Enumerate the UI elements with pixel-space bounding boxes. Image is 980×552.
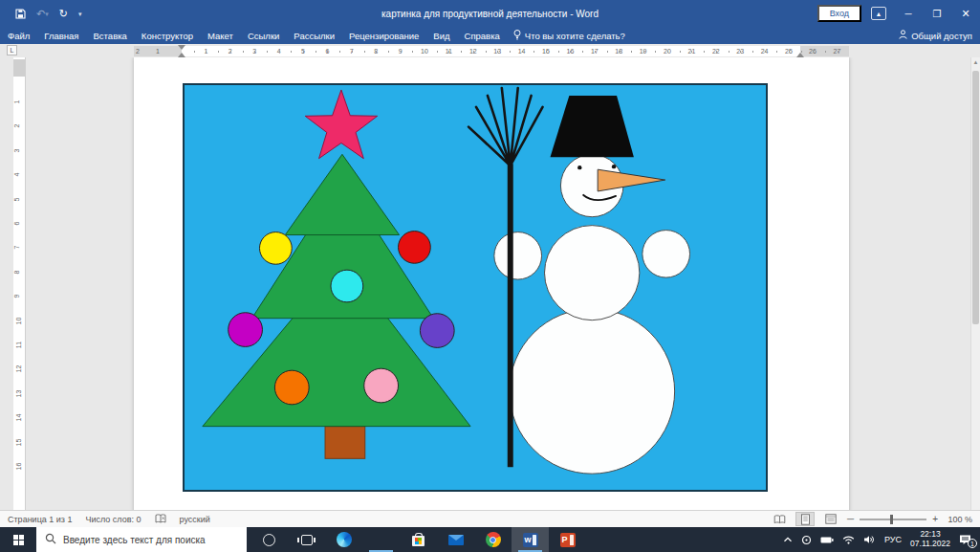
tab-файл[interactable]: Файл (8, 31, 30, 41)
restore-button[interactable]: ❐ (923, 0, 951, 27)
ruler-tick (752, 51, 753, 53)
title-bar: ↶▾ ↻ ▾ картинка для продуктивной деятель… (0, 0, 980, 27)
ball-cyan[interactable] (331, 270, 363, 302)
ruler-tick (448, 51, 449, 53)
tab-главная[interactable]: Главная (44, 31, 78, 41)
snowman-body-bottom[interactable] (510, 309, 675, 474)
taskbar-app-mail[interactable] (437, 527, 474, 552)
share-label: Общий доступ (911, 31, 972, 41)
word-icon (523, 533, 538, 547)
chevron-up-icon[interactable] (783, 536, 793, 543)
read-mode-icon[interactable] (770, 512, 789, 526)
action-center-icon[interactable]: 1 (959, 534, 975, 545)
volume-icon[interactable] (863, 535, 876, 544)
search-placeholder: Введите здесь текст для поиска (63, 535, 206, 545)
battery-icon[interactable] (820, 536, 834, 544)
snowman-eye-left[interactable] (577, 166, 581, 169)
tab-рецензирование[interactable]: Рецензирование (349, 31, 419, 41)
ball-magenta[interactable] (229, 313, 263, 347)
taskbar-app-edge[interactable] (325, 527, 362, 552)
broom-stick[interactable] (508, 164, 513, 467)
tab-рассылки[interactable]: Рассылки (294, 31, 335, 41)
proofing-icon[interactable] (155, 514, 166, 524)
taskbar-app-chrome[interactable] (474, 527, 512, 552)
snowman-body-middle[interactable] (545, 226, 640, 320)
ruler-tick (607, 51, 608, 53)
zoom-out-button[interactable]: ─ (847, 514, 854, 524)
zoom-in-button[interactable]: + (932, 514, 938, 524)
save-icon[interactable] (15, 9, 26, 19)
tab-конструктор[interactable]: Конструктор (142, 31, 193, 41)
taskbar: Введите здесь текст для поиска РУС 22:13… (0, 527, 980, 552)
undo-icon[interactable]: ↶▾ (36, 9, 49, 19)
taskbar-search-input[interactable]: Введите здесь текст для поиска (36, 527, 247, 552)
sign-in-button[interactable]: Вход (817, 5, 861, 22)
tab-вставка[interactable]: Вставка (94, 31, 127, 41)
ruler-tick (655, 51, 656, 53)
tab-справка[interactable]: Справка (465, 31, 500, 41)
ball-orange[interactable] (274, 370, 309, 405)
print-layout-icon[interactable] (795, 512, 815, 526)
taskview-icon (301, 535, 313, 545)
tab-макет[interactable]: Макет (207, 31, 233, 41)
web-layout-icon[interactable] (821, 512, 840, 526)
ball-yellow[interactable] (259, 232, 292, 265)
snowman-arm-right[interactable] (642, 231, 690, 278)
tree-trunk[interactable] (325, 427, 365, 459)
ruler-tick (254, 51, 255, 53)
taskbar-app-word[interactable] (512, 527, 549, 552)
snowman-arm-left[interactable] (494, 232, 542, 280)
ball-red[interactable] (399, 232, 431, 264)
language-tray[interactable]: РУС (884, 535, 902, 544)
taskbar-app-store[interactable] (400, 527, 437, 552)
customize-quick-access-icon[interactable]: ▾ (78, 11, 82, 17)
ruler-tick (425, 51, 425, 53)
document-page[interactable] (134, 57, 849, 510)
tab-ссылки[interactable]: Ссылки (248, 31, 279, 41)
picture-canvas[interactable] (183, 83, 768, 492)
language-indicator[interactable]: русский (180, 515, 210, 524)
vertical-scrollbar[interactable]: ▲ (970, 57, 980, 510)
tell-me-box[interactable]: Что вы хотите сделать? (513, 30, 625, 42)
h-ruler[interactable]: 2112345678910111213141516171819202122232… (134, 46, 849, 56)
taskbar-app-powerpoint[interactable] (549, 527, 586, 552)
ruler-number: 15 (15, 438, 22, 446)
start-button[interactable] (0, 527, 36, 552)
ruler-tick (546, 51, 547, 53)
ruler-number: 9 (13, 295, 20, 298)
snowman-eye-right[interactable] (612, 165, 616, 168)
zoom-slider[interactable] (860, 519, 926, 520)
ruler-tick (327, 51, 328, 53)
ruler-tick (401, 51, 402, 53)
zoom-level[interactable]: 100 % (944, 515, 972, 524)
scroll-up-icon[interactable]: ▲ (971, 59, 980, 65)
taskbar-app-cortana[interactable] (250, 527, 288, 552)
page-indicator[interactable]: Страница 1 из 1 (8, 515, 72, 524)
ruler-tick (388, 51, 389, 53)
tab-вид[interactable]: Вид (433, 31, 449, 41)
share-button[interactable]: Общий доступ (899, 30, 972, 41)
tray-clock[interactable]: 22:13 07.11.2022 (910, 530, 950, 549)
redo-icon[interactable]: ↻ (59, 9, 68, 19)
ribbon-display-options-icon[interactable]: ▲ (871, 7, 886, 20)
notification-badge: 1 (968, 539, 977, 548)
taskbar-app-taskview[interactable] (288, 527, 325, 552)
tray-circle-icon[interactable] (801, 535, 812, 545)
powerpoint-icon (560, 533, 576, 547)
drawing-svg (185, 85, 766, 490)
ball-pink[interactable] (364, 368, 399, 403)
close-button[interactable]: ✕ (951, 0, 980, 27)
v-ruler[interactable]: 12345678910111213141516 (13, 57, 26, 510)
cortana-icon (263, 534, 275, 546)
zoom-slider-thumb[interactable] (890, 515, 893, 524)
scrollbar-thumb[interactable] (972, 71, 979, 324)
first-line-indent-marker[interactable] (178, 45, 185, 50)
tab-selector[interactable]: L (7, 45, 17, 55)
tray-date: 07.11.2022 (910, 540, 950, 549)
taskbar-apps (250, 527, 586, 552)
word-count[interactable]: Число слов: 0 (85, 515, 141, 524)
wifi-icon[interactable] (842, 535, 855, 544)
taskbar-app-explorer[interactable] (362, 527, 400, 552)
ball-purple[interactable] (420, 314, 454, 348)
minimize-button[interactable]: ─ (894, 0, 923, 27)
